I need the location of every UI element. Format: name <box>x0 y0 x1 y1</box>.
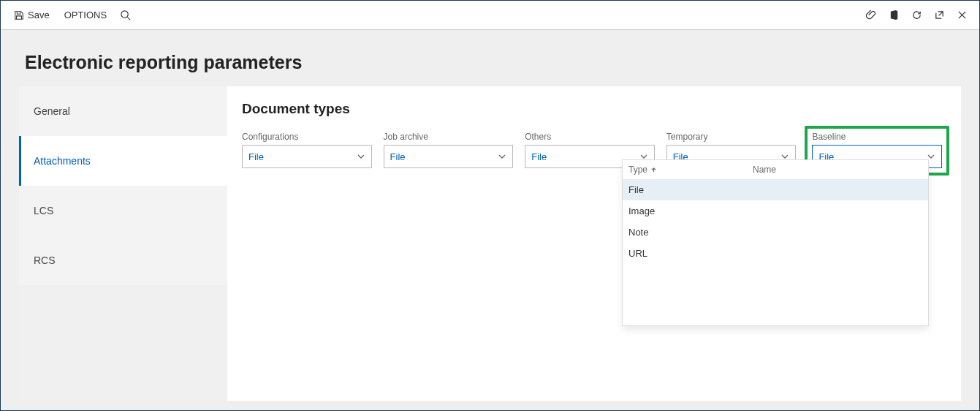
combo-value: File <box>531 151 547 162</box>
lookup-panel: Type Name File Image Note <box>622 159 929 326</box>
chevron-down-icon <box>357 152 365 161</box>
command-bar: Save OPTIONS <box>1 1 979 30</box>
section-title: Document types <box>242 101 946 117</box>
save-button[interactable]: Save <box>7 5 57 25</box>
svg-point-0 <box>121 11 128 18</box>
field-label: Others <box>525 132 655 142</box>
popout-button[interactable] <box>928 5 951 25</box>
refresh-button[interactable] <box>905 5 928 25</box>
tab-label: LCS <box>34 205 53 216</box>
page-body: Electronic reporting parameters General … <box>1 30 979 410</box>
options-label: OPTIONS <box>64 10 107 20</box>
lookup-row-type: Note <box>628 227 648 238</box>
attach-button[interactable] <box>860 5 883 25</box>
tab-rcs[interactable]: RCS <box>19 235 227 285</box>
popout-icon <box>934 10 945 20</box>
field-label: Configurations <box>242 132 372 142</box>
close-icon <box>957 10 968 20</box>
panel-wrap: General Attachments LCS RCS Document typ… <box>19 86 961 401</box>
sidebar: General Attachments LCS RCS <box>19 86 227 401</box>
lookup-row-type: Image <box>628 206 655 216</box>
office-icon <box>889 10 900 20</box>
office-button[interactable] <box>883 5 905 25</box>
tab-label: RCS <box>34 254 56 266</box>
search-icon <box>120 10 131 20</box>
tab-attachments[interactable]: Attachments <box>19 136 227 186</box>
chevron-down-icon <box>498 152 506 161</box>
combo-value: File <box>390 151 406 162</box>
sort-asc-icon <box>650 167 657 173</box>
lookup-col-name-label: Name <box>753 165 776 175</box>
search-button[interactable] <box>114 5 137 25</box>
tab-general[interactable]: General <box>19 86 227 136</box>
tab-label: General <box>34 105 70 117</box>
lookup-body: File Image Note URL <box>623 179 928 325</box>
field-job-archive: Job archive File <box>384 132 514 170</box>
combo-job-archive[interactable]: File <box>384 145 514 168</box>
field-configurations: Configurations File <box>242 132 372 170</box>
combo-value: File <box>248 151 264 162</box>
command-bar-left: Save OPTIONS <box>7 5 137 25</box>
tab-lcs[interactable]: LCS <box>19 186 227 235</box>
tab-label: Attachments <box>34 155 91 167</box>
save-icon <box>14 10 24 20</box>
lookup-row[interactable]: File <box>623 179 928 200</box>
lookup-col-type[interactable]: Type <box>628 165 753 175</box>
refresh-icon <box>911 10 922 20</box>
lookup-col-type-label: Type <box>628 165 647 175</box>
field-label: Baseline <box>812 132 942 142</box>
lookup-row-type: URL <box>628 248 647 259</box>
main-content: Document types Configurations File Job a… <box>227 86 961 401</box>
save-label: Save <box>28 10 50 20</box>
lookup-col-name[interactable]: Name <box>753 165 922 175</box>
options-button[interactable]: OPTIONS <box>57 5 115 25</box>
lookup-row[interactable]: Note <box>623 222 928 243</box>
lookup-row[interactable]: URL <box>623 243 928 264</box>
command-bar-right <box>860 5 973 25</box>
lookup-row-type: File <box>628 184 644 195</box>
page-title: Electronic reporting parameters <box>19 52 961 73</box>
field-label: Temporary <box>666 132 797 142</box>
combo-configurations[interactable]: File <box>242 145 372 168</box>
svg-line-1 <box>127 17 130 20</box>
lookup-header: Type Name <box>623 160 928 179</box>
attach-icon <box>866 10 877 20</box>
field-label: Job archive <box>384 132 514 142</box>
close-button[interactable] <box>951 5 973 25</box>
lookup-row[interactable]: Image <box>623 200 928 222</box>
